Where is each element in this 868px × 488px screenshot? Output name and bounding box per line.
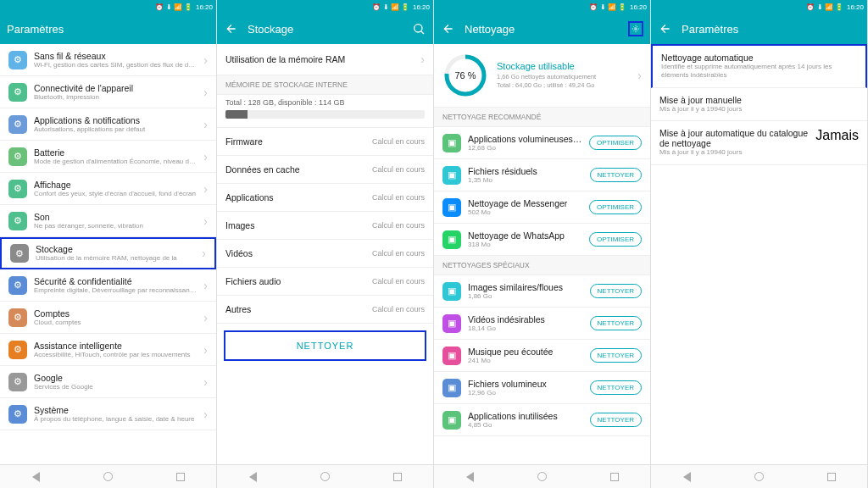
cleanup-content: 76 % Stockage utilisable 1,66 Go nettoyé… xyxy=(434,44,650,464)
cleanup-bulky[interactable]: ▣ Applications volumineuses (...12,68 Go… xyxy=(434,127,650,159)
cleanup-messenger[interactable]: ▣ Nettoyage de Messenger502 Mo OPTIMISER xyxy=(434,191,650,224)
bulky-icon: ▣ xyxy=(442,134,461,152)
ram-usage-row[interactable]: Utilisation de la mémoire RAM› xyxy=(217,44,433,75)
clean-button[interactable]: NETTOYER xyxy=(590,380,642,395)
back-nav-icon[interactable] xyxy=(32,472,40,482)
status-bar: ⏰ ⬇ 📶 🔋16:20 xyxy=(651,0,867,14)
setting-assist[interactable]: ⚙ Assistance intelligenteAccessibilité, … xyxy=(0,334,216,366)
status-bar: ⏰ ⬇ 📶 🔋16:20 xyxy=(434,0,650,14)
back-icon[interactable] xyxy=(224,21,239,36)
gear-icon[interactable] xyxy=(628,21,643,36)
storage-content: Utilisation de la mémoire RAM› MÉMOIRE D… xyxy=(217,44,433,464)
storage-row[interactable]: ImagesCalcul en cours xyxy=(217,212,433,240)
setting-wifi[interactable]: ⚙ Sans fil & réseauxWi-Fi, gestion des c… xyxy=(0,44,216,76)
storage-row[interactable]: Fichiers audioCalcul en cours xyxy=(217,268,433,296)
nav-bar xyxy=(434,464,650,488)
cleanup-simimg[interactable]: ▣ Images similaires/floues1,86 Go NETTOY… xyxy=(434,275,650,308)
accounts-icon: ⚙ xyxy=(8,308,27,327)
assist-icon: ⚙ xyxy=(8,341,27,359)
recents-nav-icon[interactable] xyxy=(827,473,836,481)
setting-battery[interactable]: ⚙ BatterieMode de gestion d'alimentation… xyxy=(0,141,216,173)
back-nav-icon[interactable] xyxy=(466,472,474,482)
clean-button[interactable]: NETTOYER xyxy=(590,413,642,427)
apps-icon: ⚙ xyxy=(8,115,27,134)
badvid-icon: ▣ xyxy=(442,314,461,333)
setting-sound[interactable]: ⚙ SonNe pas déranger, sonnerie, vibratio… xyxy=(0,205,216,237)
bigfiles-icon: ▣ xyxy=(442,379,461,397)
svg-point-0 xyxy=(415,25,422,32)
unused-icon: ▣ xyxy=(442,411,461,430)
storage-row[interactable]: VidéosCalcul en cours xyxy=(217,240,433,268)
chevron-right-icon: › xyxy=(203,343,208,357)
page-title: Nettoyage xyxy=(465,23,620,36)
cleanup-setting[interactable]: Mise à jour manuelleMis à jour il y a 19… xyxy=(651,88,867,121)
cleanup-unused[interactable]: ▣ Applications inutilisées4,85 Go NETTOY… xyxy=(434,404,650,436)
setting-apps[interactable]: ⚙ Applications & notificationsAutorisati… xyxy=(0,108,216,141)
setting-display[interactable]: ⚙ AffichageConfort des yeux, style d'écr… xyxy=(0,173,216,205)
cleanup-setting[interactable]: Nettoyage automatiqueIdentifie et suppri… xyxy=(651,44,867,88)
section-recommended: NETTOYAGE RECOMMANDÉ xyxy=(434,108,650,127)
search-icon[interactable] xyxy=(411,21,426,36)
chevron-right-icon: › xyxy=(202,247,206,260)
google-icon: ⚙ xyxy=(8,373,27,391)
cleanup-setting[interactable]: Mise à jour automatique du catalogue de … xyxy=(651,121,867,164)
chevron-right-icon: › xyxy=(203,279,208,292)
setting-security[interactable]: ⚙ Sécurité & confidentialitéEmpreinte di… xyxy=(0,269,216,302)
wifi-icon: ⚙ xyxy=(8,51,27,69)
home-nav-icon[interactable] xyxy=(320,472,330,481)
chevron-right-icon: › xyxy=(203,408,208,421)
storage-row[interactable]: ApplicationsCalcul en cours xyxy=(217,184,433,212)
back-icon[interactable] xyxy=(658,21,673,36)
home-nav-icon[interactable] xyxy=(537,472,547,481)
back-nav-icon[interactable] xyxy=(249,472,257,482)
screen-parametres: ⏰ ⬇ 📶 🔋16:20 Paramètres ⚙ Sans fil & rés… xyxy=(0,0,217,488)
clean-button[interactable]: NETTOYER xyxy=(590,284,642,298)
nav-bar xyxy=(217,464,433,488)
storage-row[interactable]: FirmwareCalcul en cours xyxy=(217,128,433,156)
cleanup-badvid[interactable]: ▣ Vidéos indésirables18,14 Go NETTOYER xyxy=(434,308,650,340)
page-title: Paramètres xyxy=(682,23,860,36)
chevron-right-icon: › xyxy=(203,214,208,228)
cleanup-music[interactable]: ▣ Musique peu écoutée241 Mo NETTOYER xyxy=(434,340,650,372)
clean-button[interactable]: NETTOYER xyxy=(590,168,642,182)
clean-button[interactable]: NETTOYER xyxy=(590,316,642,330)
setting-storage[interactable]: ⚙ StockageUtilisation de la mémoire RAM,… xyxy=(0,237,216,269)
security-icon: ⚙ xyxy=(8,276,27,295)
header: Paramètres xyxy=(651,14,867,44)
cleanup-bigfiles[interactable]: ▣ Fichiers volumineux12,96 Go NETTOYER xyxy=(434,372,650,404)
clean-button[interactable]: NETTOYER xyxy=(590,348,642,363)
setting-device[interactable]: ⚙ Connectivité de l'appareilBluetooth, i… xyxy=(0,76,216,108)
storage-row[interactable]: Données en cacheCalcul en cours xyxy=(217,156,433,184)
cleanup-whatsapp[interactable]: ▣ Nettoyage de WhatsApp318 Mo OPTIMISER xyxy=(434,224,650,256)
recents-nav-icon[interactable] xyxy=(610,473,619,481)
back-icon[interactable] xyxy=(441,21,456,36)
setting-google[interactable]: ⚙ GoogleServices de Google › xyxy=(0,366,216,398)
storage-gauge: 76 % Stockage utilisable 1,66 Go nettoyé… xyxy=(434,44,650,108)
chevron-right-icon: › xyxy=(203,375,208,389)
setting-accounts[interactable]: ⚙ ComptesCloud, comptes › xyxy=(0,302,216,334)
battery-icon: ⚙ xyxy=(8,147,27,166)
opt-button[interactable]: OPTIMISER xyxy=(589,200,642,214)
header: Stockage xyxy=(217,14,433,44)
chevron-right-icon: › xyxy=(203,311,208,324)
setting-system[interactable]: ⚙ SystèmeÀ propos du téléphone, langue &… xyxy=(0,398,216,430)
clean-button[interactable]: NETTOYER xyxy=(224,330,426,361)
system-icon: ⚙ xyxy=(8,405,27,424)
whatsapp-icon: ▣ xyxy=(442,230,461,249)
section-special: NETTOYAGES SPÉCIAUX xyxy=(434,256,650,275)
cleanup-residual[interactable]: ▣ Fichiers résiduels1,35 Mo NETTOYER xyxy=(434,159,650,191)
opt-button[interactable]: OPTIMISER xyxy=(589,136,642,150)
cleanup-settings-list: Nettoyage automatiqueIdentifie et suppri… xyxy=(651,44,867,464)
status-bar: ⏰ ⬇ 📶 🔋16:20 xyxy=(0,0,216,14)
sound-icon: ⚙ xyxy=(8,212,27,230)
home-nav-icon[interactable] xyxy=(103,472,113,481)
recents-nav-icon[interactable] xyxy=(176,473,185,481)
storage-row[interactable]: AutresCalcul en cours xyxy=(217,296,433,324)
screen-parametres-nettoyage: ⏰ ⬇ 📶 🔋16:20 Paramètres Nettoyage automa… xyxy=(651,0,868,488)
recents-nav-icon[interactable] xyxy=(393,473,402,481)
svg-point-1 xyxy=(635,28,637,30)
back-nav-icon[interactable] xyxy=(683,472,691,482)
status-bar: ⏰ ⬇ 📶 🔋16:20 xyxy=(217,0,433,14)
home-nav-icon[interactable] xyxy=(754,472,764,481)
opt-button[interactable]: OPTIMISER xyxy=(589,232,642,247)
